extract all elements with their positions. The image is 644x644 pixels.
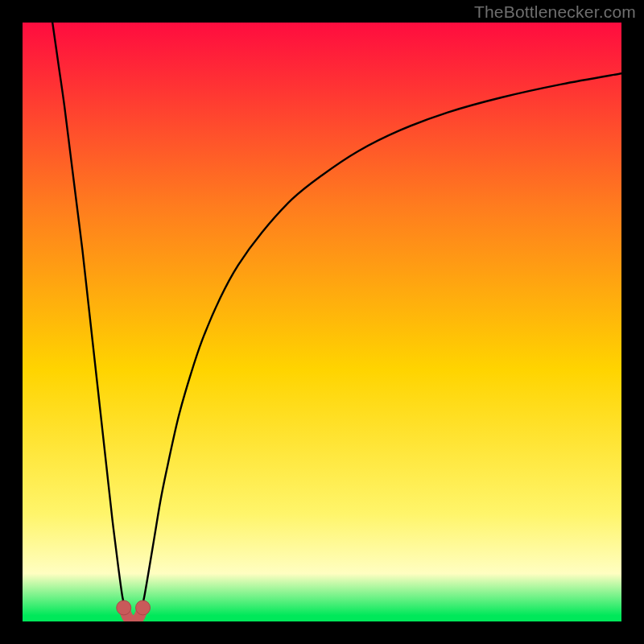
marker-dot <box>136 601 151 615</box>
marker-dot <box>117 601 131 615</box>
chart-svg <box>23 23 621 621</box>
gradient-background <box>23 23 621 621</box>
watermark-text: TheBottlenecker.com <box>474 2 636 22</box>
plot-area <box>23 23 621 621</box>
chart-frame: TheBottlenecker.com <box>0 0 644 644</box>
